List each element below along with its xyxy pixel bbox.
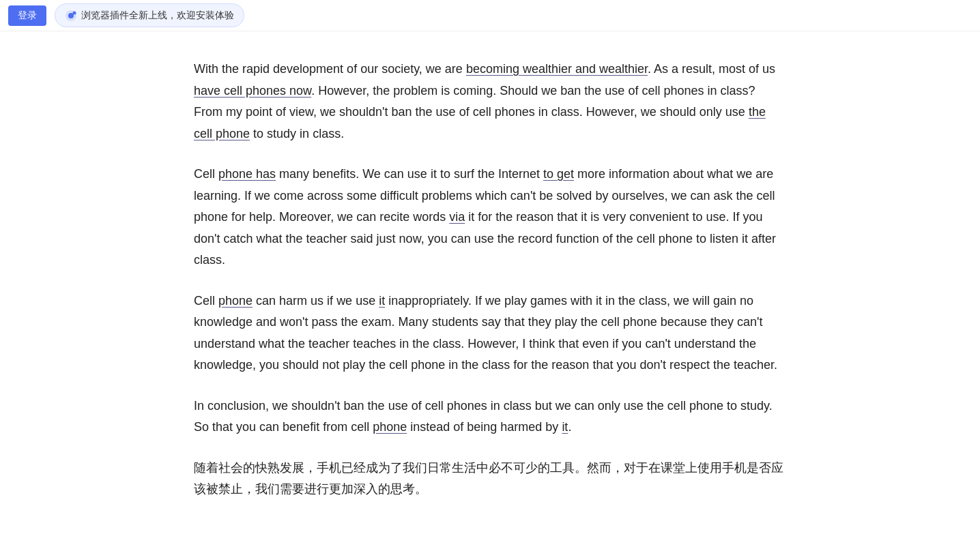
paragraph-1: With the rapid development of our societ… (194, 59, 786, 145)
p2-link-1[interactable]: phone has (218, 167, 276, 181)
svg-point-2 (73, 11, 76, 14)
p2-text-2: many benefits. We can use it to surf the… (276, 167, 543, 181)
p1-text-4: to study in class. (250, 127, 344, 140)
main-content: With the rapid development of our societ… (0, 31, 980, 547)
login-button[interactable]: 登录 (8, 5, 46, 26)
p4-text-3: . (568, 420, 571, 434)
plugin-text: 浏览器插件全新上线，欢迎安装体验 (81, 8, 234, 24)
paragraph-4: In conclusion, we shouldn't ban the use … (194, 396, 786, 438)
p2-link-3[interactable]: via (449, 210, 465, 224)
plugin-banner[interactable]: 浏览器插件全新上线，欢迎安装体验 (55, 3, 244, 28)
p1-text-1: With the rapid development of our societ… (194, 62, 466, 76)
p2-link-2[interactable]: to get (543, 167, 574, 181)
p5-text-1: 随着社会的快熟发展，手机已经成为了我们日常生活中必不可少的工具。然而，对于在课堂… (194, 461, 783, 496)
paragraph-5-chinese: 随着社会的快熟发展，手机已经成为了我们日常生活中必不可少的工具。然而，对于在课堂… (194, 458, 786, 501)
paragraph-2: Cell phone has many benefits. We can use… (194, 164, 786, 271)
p4-text-2: instead of being harmed by (407, 420, 562, 434)
p1-link-2[interactable]: have cell phones now (194, 84, 311, 98)
p1-text-2: . As a result, most of us (648, 62, 775, 76)
p1-link-1[interactable]: becoming wealthier and wealthier (466, 62, 648, 76)
p4-link-1[interactable]: phone (373, 420, 407, 434)
paragraph-3: Cell phone can harm us if we use it inap… (194, 291, 786, 376)
p3-link-2[interactable]: it (379, 294, 385, 308)
p2-text-1: Cell (194, 167, 218, 181)
plugin-icon (65, 10, 77, 22)
top-bar: 登录 浏览器插件全新上线，欢迎安装体验 (0, 0, 980, 31)
svg-point-1 (68, 13, 74, 18)
p3-link-1[interactable]: phone (218, 294, 253, 308)
p3-text-2: can harm us if we use (253, 294, 379, 308)
p3-text-1: Cell (194, 294, 218, 308)
